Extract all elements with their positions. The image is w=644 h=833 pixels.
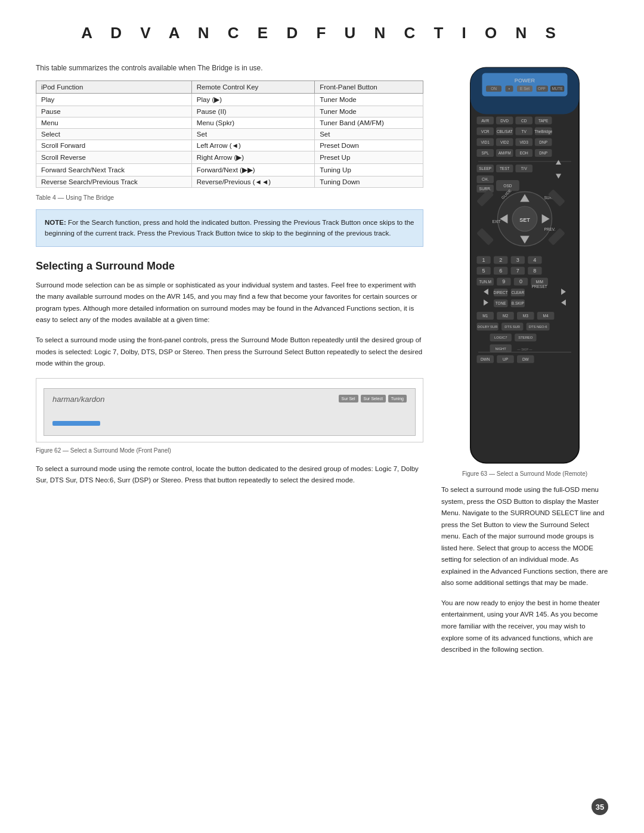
remote-wrapper: POWER ON • E Set OFF MUTE AVR [441, 64, 608, 477]
svg-text:6: 6 [499, 268, 502, 274]
table-cell: Pause [36, 106, 192, 117]
table-cell: Play (▶) [191, 94, 314, 106]
table-cell: Scroll Forward [36, 140, 192, 151]
fp-btn-1: Sur Sel [339, 395, 358, 402]
bridge-table: iPod Function Remote Control Key Front-P… [36, 80, 423, 188]
front-panel-buttons: Sur Sel Sur Select Tuning [339, 395, 407, 402]
svg-text:4: 4 [533, 257, 536, 263]
svg-text:5: 5 [482, 268, 485, 274]
table-header-front: Front-Panel Button [315, 81, 423, 94]
svg-text:M/M: M/M [535, 280, 543, 284]
table-cell: Select [36, 129, 192, 140]
svg-text:DIRECT: DIRECT [494, 290, 508, 295]
table-cell: Reverse/Previous (◄◄) [191, 176, 314, 188]
svg-text:DVD: DVD [500, 119, 509, 123]
svg-text:SLEEP: SLEEP [479, 166, 491, 171]
svg-text:E Set: E Set [520, 86, 530, 91]
brand-label: harman/kardon [52, 395, 104, 404]
front-panel-inner: harman/kardon Sur Sel Sur Select Tuning [44, 388, 416, 436]
svg-text:CLEAR: CLEAR [511, 290, 524, 295]
page-number: 35 [592, 798, 608, 815]
table-cell: Set [315, 129, 423, 140]
table-cell: Preset Down [315, 140, 423, 151]
figure63-caption: Figure 63 — Select a Surround Mode (Remo… [462, 470, 587, 477]
body-para-2: To select a surround mode using the fron… [36, 335, 423, 370]
table-cell: Play [36, 94, 192, 106]
table-row: PausePause (II)Tuner Mode [36, 106, 423, 117]
svg-text:0: 0 [519, 278, 522, 284]
svg-text:STEREO: STEREO [518, 336, 532, 340]
front-panel-bar [52, 421, 100, 426]
svg-text:NIGHT: NIGHT [496, 347, 507, 351]
fp-btn-3: Tuning [388, 395, 407, 402]
table-cell: Scroll Reverse [36, 151, 192, 164]
svg-text:PRESET: PRESET [532, 284, 547, 289]
svg-text:DWN: DWN [481, 357, 490, 361]
svg-text:OFF: OFF [538, 86, 546, 91]
page-title: A D V A N C E D F U N C T I O N S [36, 24, 608, 42]
svg-text:TEST: TEST [500, 166, 510, 171]
svg-text:PREV.: PREV. [544, 227, 556, 231]
svg-text:TUN.M: TUN.M [479, 280, 491, 284]
svg-text:1: 1 [482, 257, 485, 263]
svg-text:VID2: VID2 [500, 140, 509, 144]
table-cell: Pause (II) [191, 106, 314, 117]
svg-text:SET: SET [519, 217, 530, 223]
table-cell: Tuner Mode [315, 106, 423, 117]
table-row: SelectSetSet [36, 129, 423, 140]
svg-text:EOH: EOH [520, 151, 528, 155]
svg-text:DTS NEO:6: DTS NEO:6 [529, 325, 547, 329]
svg-text:CBL/SAT: CBL/SAT [497, 129, 513, 134]
svg-text:DW: DW [522, 357, 530, 361]
section-heading: Selecting a Surround Mode [36, 260, 423, 272]
fp-btn-2: Sur Select [361, 395, 386, 402]
table-cell: Forward/Next (▶▶) [191, 164, 314, 176]
table-cell: Reverse Search/Previous Track [36, 176, 192, 188]
table-cell: Menu (Spkr) [191, 117, 314, 129]
svg-text:AVR: AVR [481, 119, 489, 123]
svg-text:2: 2 [499, 257, 502, 263]
svg-text:POWER: POWER [515, 78, 535, 83]
svg-text:3: 3 [516, 257, 519, 263]
table-row: Scroll ReverseRight Arrow (▶)Preset Up [36, 151, 423, 164]
svg-text:T/V: T/V [521, 166, 528, 171]
table-cell: Tuning Down [315, 176, 423, 188]
svg-text:ON: ON [491, 86, 497, 91]
svg-text:DNP: DNP [539, 151, 547, 155]
svg-text:M4: M4 [543, 314, 549, 318]
svg-text:7: 7 [516, 268, 519, 274]
table-cell: Tuner Band (AM/FM) [315, 117, 423, 129]
svg-rect-0 [470, 68, 579, 463]
svg-text:EXIT: EXIT [492, 219, 500, 224]
table-row: Scroll ForwardLeft Arrow (◄)Preset Down [36, 140, 423, 151]
body-para-4: To select a surround mode using the full… [441, 484, 608, 589]
svg-text:VID1: VID1 [481, 140, 490, 144]
note-text: For the Search function, press and hold … [45, 219, 414, 237]
svg-text:M2: M2 [503, 314, 508, 318]
remote-svg: POWER ON • E Set OFF MUTE AVR [447, 64, 602, 467]
svg-text:LOGIC7: LOGIC7 [494, 336, 507, 340]
svg-text:VID3: VID3 [519, 140, 528, 144]
table-row: Reverse Search/Previous TrackReverse/Pre… [36, 176, 423, 188]
svg-text:TV: TV [522, 129, 527, 134]
table-cell: Left Arrow (◄) [191, 140, 314, 151]
table-row: MenuMenu (Spkr)Tuner Band (AM/FM) [36, 117, 423, 129]
front-panel-image-box: harman/kardon Sur Sel Sur Select Tuning [36, 378, 423, 442]
table-row: Forward Search/Next TrackForward/Next (▶… [36, 164, 423, 176]
table-cell: Forward Search/Next Track [36, 164, 192, 176]
svg-text:SURR.: SURR. [479, 187, 491, 191]
left-column: This table summarizes the controls avail… [36, 64, 423, 495]
table-header-ipod: iPod Function [36, 81, 192, 94]
table-cell: Tuning Up [315, 164, 423, 176]
svg-text:UP: UP [503, 357, 508, 361]
svg-text:9: 9 [502, 278, 505, 284]
svg-text:B.SKIP: B.SKIP [512, 301, 524, 305]
svg-text:— SKIP —: — SKIP — [518, 348, 533, 351]
svg-text:VCR: VCR [481, 129, 490, 134]
right-column: POWER ON • E Set OFF MUTE AVR [441, 64, 608, 664]
svg-text:M1: M1 [482, 314, 488, 318]
svg-text:TheBridge: TheBridge [534, 129, 552, 134]
svg-text:TAPE: TAPE [538, 119, 549, 123]
table-cell: Right Arrow (▶) [191, 151, 314, 164]
note-label: NOTE: [45, 219, 66, 226]
